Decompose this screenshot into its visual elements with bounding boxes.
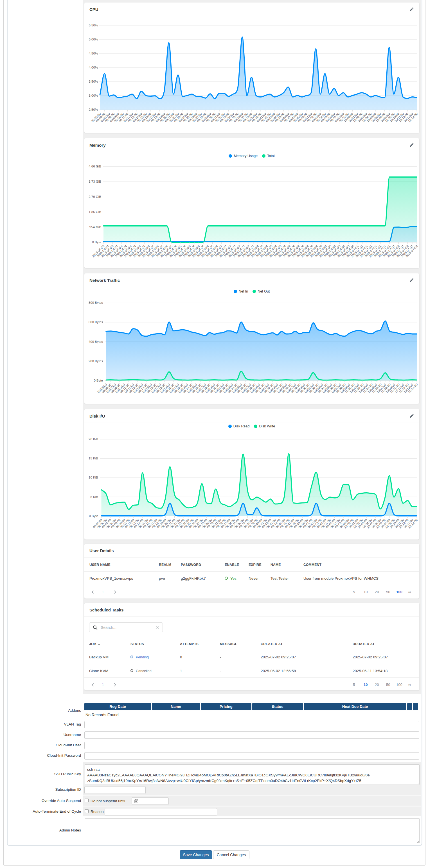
svg-text:400 Bytes: 400 Bytes [89,340,103,343]
svg-text:5.00%: 5.00% [89,38,98,41]
svg-text:0 Byte: 0 Byte [94,379,103,382]
svg-text:0 Byte: 0 Byte [92,241,101,244]
svg-text:3.50%: 3.50% [89,80,98,83]
svg-text:800 Bytes: 800 Bytes [89,301,103,304]
svg-text:954 MiB: 954 MiB [89,225,102,229]
svg-text:600 Bytes: 600 Bytes [89,320,103,324]
svg-text:0 Byte: 0 Byte [89,514,98,518]
svg-text:5 KiB: 5 KiB [90,495,98,498]
svg-text:4.66 GiB: 4.66 GiB [89,165,101,168]
svg-text:20 KiB: 20 KiB [89,437,98,441]
svg-text:10 KiB: 10 KiB [89,476,98,479]
svg-text:2.79 GiB: 2.79 GiB [89,195,101,198]
svg-text:200 Bytes: 200 Bytes [89,360,103,363]
svg-text:3.00%: 3.00% [89,94,98,97]
svg-text:1.86 GiB: 1.86 GiB [89,210,101,214]
svg-text:2.50%: 2.50% [89,108,98,111]
svg-text:3.73 GiB: 3.73 GiB [89,180,101,183]
svg-text:4.00%: 4.00% [89,66,98,69]
svg-text:5.50%: 5.50% [89,24,98,27]
svg-text:15 KiB: 15 KiB [89,457,98,460]
svg-text:4.50%: 4.50% [89,52,98,55]
